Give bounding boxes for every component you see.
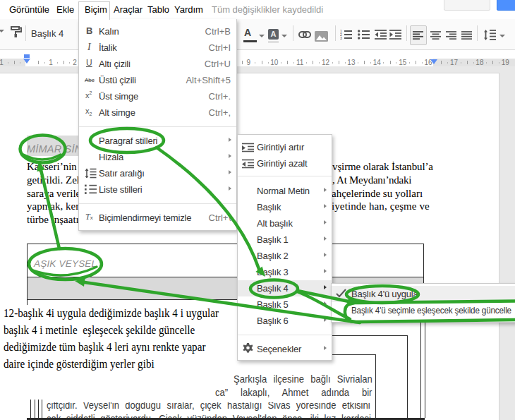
- svg-text:3: 3: [340, 36, 342, 40]
